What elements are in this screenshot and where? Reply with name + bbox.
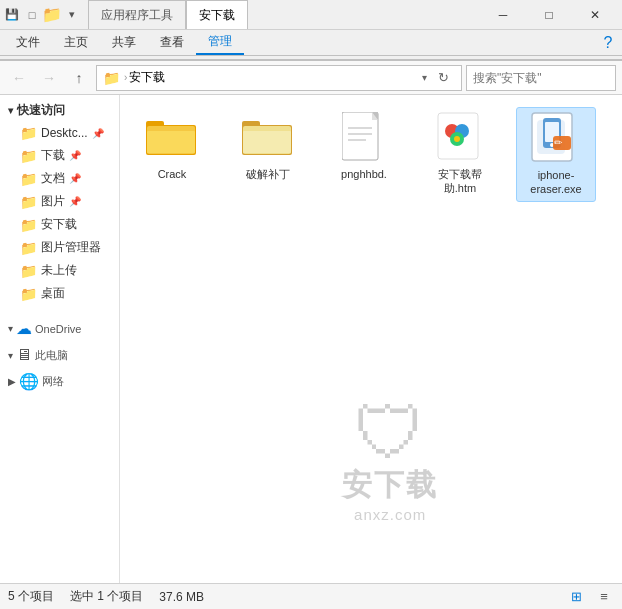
- pin-icon-desktop: 📌: [92, 128, 104, 139]
- status-bar: 5 个项目 选中 1 个项目 37.6 MB ⊞ ≡: [0, 583, 622, 609]
- thispc-icon: 🖥: [16, 346, 32, 364]
- forward-button[interactable]: →: [36, 65, 62, 91]
- pin-icon-documents: 📌: [69, 173, 81, 184]
- current-folder-tab[interactable]: 安下载: [186, 0, 248, 29]
- sidebar: ▾ 快速访问 📁 Desktc... 📌 📁 下载 📌 📁 文档 📌 📁 图片 …: [0, 95, 120, 583]
- documents-folder-icon: 📁: [20, 171, 37, 187]
- network-header[interactable]: ▶ 🌐 网络: [0, 366, 119, 393]
- patch-icon-wrap: [242, 111, 294, 163]
- watermark-sub: anxz.com: [342, 506, 438, 523]
- ribbon: 文件 主页 共享 查看 管理 ?: [0, 30, 622, 61]
- sidebar-item-documents[interactable]: 📁 文档 📌: [0, 167, 119, 190]
- anzai-folder-icon: 📁: [20, 217, 37, 233]
- sidebar-item-label-documents: 文档: [41, 170, 65, 187]
- patch-folder-icon: [242, 115, 294, 159]
- quick-access-header[interactable]: ▾ 快速访问: [0, 99, 119, 122]
- svg-point-18: [454, 136, 460, 142]
- folder-status-icon: 📁: [44, 7, 60, 23]
- sidebar-item-downloads[interactable]: 📁 下载 📌: [0, 144, 119, 167]
- file-item-patch[interactable]: 破解补丁: [228, 107, 308, 202]
- file-item-help[interactable]: 安下载帮助.htm: [420, 107, 500, 202]
- ribbon-body: [0, 56, 622, 60]
- crack-file-name: Crack: [158, 167, 187, 181]
- search-input[interactable]: [473, 71, 622, 85]
- sidebar-item-label-desktop: Desktc...: [41, 126, 88, 140]
- onedrive-icon: ☁: [16, 319, 32, 338]
- tab-manage[interactable]: 管理: [196, 30, 244, 55]
- search-bar: 🔍: [466, 65, 616, 91]
- status-size: 37.6 MB: [159, 590, 204, 604]
- desktop2-folder-icon: 📁: [20, 286, 37, 302]
- thispc-header[interactable]: ▾ 🖥 此电脑: [0, 340, 119, 366]
- status-selected: 选中 1 个项目: [70, 588, 143, 605]
- maximize-button[interactable]: □: [526, 0, 572, 30]
- app-tool-tab[interactable]: 应用程序工具: [88, 0, 186, 29]
- file-item-pnghhbd[interactable]: pnghhbd.: [324, 107, 404, 202]
- files-grid: Crack 破解补丁: [132, 107, 610, 202]
- address-bar[interactable]: 📁 › 安下载 ▾ ↻: [96, 65, 462, 91]
- help-icon[interactable]: ?: [598, 33, 618, 53]
- title-controls: ─ □ ✕: [480, 0, 618, 30]
- save-icon[interactable]: □: [24, 7, 40, 23]
- help-icon-wrap: [434, 111, 486, 163]
- exe-icon-wrap: ✏: [530, 112, 582, 164]
- downloads-folder-icon: 📁: [20, 148, 37, 164]
- pnghhbd-file-name: pnghhbd.: [341, 167, 387, 181]
- sidebar-item-label-upload: 未上传: [41, 262, 77, 279]
- sidebar-item-upload[interactable]: 📁 未上传: [0, 259, 119, 282]
- sidebar-item-pictures[interactable]: 📁 图片 📌: [0, 190, 119, 213]
- sidebar-item-picmgr[interactable]: 📁 图片管理器: [0, 236, 119, 259]
- help-file-name: 安下载帮助.htm: [424, 167, 496, 196]
- sidebar-item-label-desktop2: 桌面: [41, 285, 65, 302]
- path-separator: ›: [124, 72, 127, 83]
- exe-file-icon: ✏: [531, 112, 581, 164]
- up-button[interactable]: ↑: [66, 65, 92, 91]
- svg-text:✏: ✏: [554, 137, 563, 148]
- sidebar-item-anzai[interactable]: 📁 安下载: [0, 213, 119, 236]
- crack-folder-icon: [146, 115, 198, 159]
- onedrive-header[interactable]: ▾ ☁ OneDrive: [0, 313, 119, 340]
- pnghhbd-icon-wrap: [338, 111, 390, 163]
- tab-file[interactable]: 文件: [4, 30, 52, 55]
- pin-icon-downloads: 📌: [69, 150, 81, 161]
- pin-icon-pictures: 📌: [69, 196, 81, 207]
- svg-rect-7: [243, 131, 291, 153]
- title-bar: 💾 □ 📁 ▾ 应用程序工具 安下载 ─ □ ✕: [0, 0, 622, 30]
- status-right: ⊞ ≡: [566, 587, 614, 607]
- dropdown-icon[interactable]: ▾: [64, 7, 80, 23]
- path-current: 安下载: [129, 69, 165, 86]
- tab-view[interactable]: 查看: [148, 30, 196, 55]
- address-dropdown-icon[interactable]: ▾: [422, 72, 427, 83]
- upload-folder-icon: 📁: [20, 263, 37, 279]
- sidebar-item-desktop2[interactable]: 📁 桌面: [0, 282, 119, 305]
- desktop-folder-icon: 📁: [20, 125, 37, 141]
- file-item-exe[interactable]: ✏ iphone-eraser.exe: [516, 107, 596, 202]
- quick-access-label: 快速访问: [17, 102, 65, 119]
- sidebar-item-label-anzai: 安下载: [41, 216, 77, 233]
- quick-access-collapse-icon: ▾: [8, 105, 13, 116]
- close-button[interactable]: ✕: [572, 0, 618, 30]
- address-path: › 安下载: [124, 69, 418, 86]
- file-item-crack[interactable]: Crack: [132, 107, 212, 202]
- watermark-text: 安下载: [342, 465, 438, 506]
- sidebar-item-label-pictures: 图片: [41, 193, 65, 210]
- svg-rect-3: [147, 131, 195, 153]
- tab-home[interactable]: 主页: [52, 30, 100, 55]
- refresh-button[interactable]: ↻: [431, 66, 455, 90]
- onedrive-label: OneDrive: [35, 323, 81, 335]
- exe-file-name: iphone-eraser.exe: [521, 168, 591, 197]
- pictures-folder-icon: 📁: [20, 194, 37, 210]
- minimize-button[interactable]: ─: [480, 0, 526, 30]
- view-icon-btn[interactable]: ⊞: [566, 587, 586, 607]
- picmgr-folder-icon: 📁: [20, 240, 37, 256]
- toolbar: ← → ↑ 📁 › 安下载 ▾ ↻ 🔍: [0, 61, 622, 95]
- view-list-btn[interactable]: ≡: [594, 587, 614, 607]
- tab-share[interactable]: 共享: [100, 30, 148, 55]
- crack-icon-wrap: [146, 111, 198, 163]
- title-bar-icons: 💾 □ 📁 ▾: [4, 7, 80, 23]
- sidebar-item-label-downloads: 下载: [41, 147, 65, 164]
- sidebar-item-desktop[interactable]: 📁 Desktc... 📌: [0, 122, 119, 144]
- back-button[interactable]: ←: [6, 65, 32, 91]
- help-file-icon: [436, 111, 484, 163]
- watermark: 🛡 安下载 anxz.com: [342, 397, 438, 523]
